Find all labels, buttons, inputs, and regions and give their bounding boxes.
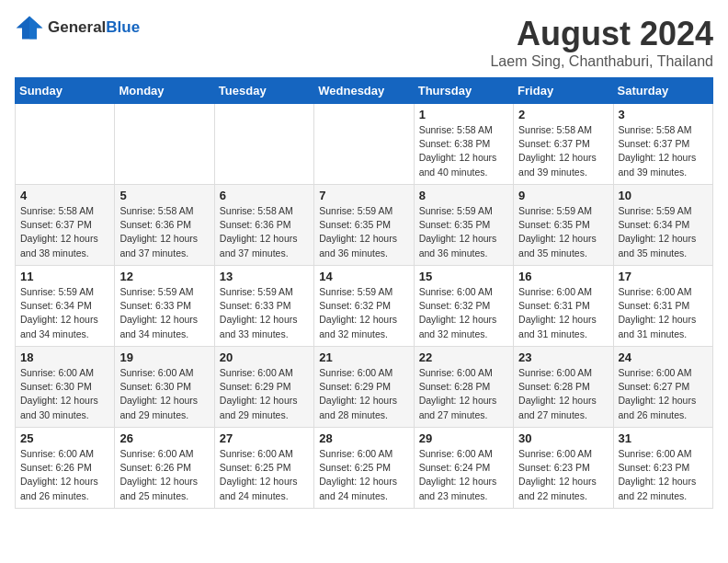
day-content: Sunrise: 6:00 AM Sunset: 6:30 PM Dayligh… [20,366,109,422]
day-number: 5 [119,189,209,202]
week-row-4: 18Sunrise: 6:00 AM Sunset: 6:30 PM Dayli… [16,347,713,428]
day-number: 27 [220,431,309,445]
day-content: Sunrise: 6:00 AM Sunset: 6:32 PM Dayligh… [419,285,508,341]
calendar-cell: 25Sunrise: 6:00 AM Sunset: 6:26 PM Dayli… [16,428,115,509]
calendar-cell: 29Sunrise: 6:00 AM Sunset: 6:24 PM Dayli… [414,428,513,509]
calendar-cell: 10Sunrise: 5:59 AM Sunset: 6:34 PM Dayli… [613,185,712,266]
calendar-body: 1Sunrise: 5:58 AM Sunset: 6:38 PM Daylig… [16,104,713,509]
calendar-cell: 15Sunrise: 6:00 AM Sunset: 6:32 PM Dayli… [414,266,513,347]
day-number: 9 [518,189,608,202]
day-number: 6 [220,189,309,202]
day-number: 26 [119,431,209,445]
calendar-cell: 8Sunrise: 5:59 AM Sunset: 6:35 PM Daylig… [414,185,513,266]
calendar-cell: 16Sunrise: 6:00 AM Sunset: 6:31 PM Dayli… [514,266,613,347]
day-number: 11 [20,270,109,283]
day-number: 17 [619,270,708,283]
day-content: Sunrise: 5:59 AM Sunset: 6:35 PM Dayligh… [319,204,408,260]
day-number: 22 [419,350,508,364]
calendar-cell: 18Sunrise: 6:00 AM Sunset: 6:30 PM Dayli… [16,347,115,428]
logo: General Blue [15,15,140,40]
calendar-cell: 3Sunrise: 5:58 AM Sunset: 6:37 PM Daylig… [613,104,712,185]
calendar-cell: 28Sunrise: 6:00 AM Sunset: 6:25 PM Dayli… [314,428,414,509]
day-number: 31 [619,431,708,445]
calendar-cell: 22Sunrise: 6:00 AM Sunset: 6:28 PM Dayli… [414,347,513,428]
calendar-cell: 20Sunrise: 6:00 AM Sunset: 6:29 PM Dayli… [214,347,313,428]
day-content: Sunrise: 5:59 AM Sunset: 6:33 PM Dayligh… [220,285,309,341]
day-content: Sunrise: 5:59 AM Sunset: 6:35 PM Dayligh… [518,204,608,260]
day-content: Sunrise: 5:58 AM Sunset: 6:38 PM Dayligh… [419,123,508,179]
day-content: Sunrise: 5:59 AM Sunset: 6:35 PM Dayligh… [419,204,508,260]
day-content: Sunrise: 6:00 AM Sunset: 6:28 PM Dayligh… [518,366,608,422]
calendar-cell: 6Sunrise: 5:58 AM Sunset: 6:36 PM Daylig… [214,185,313,266]
week-row-1: 1Sunrise: 5:58 AM Sunset: 6:38 PM Daylig… [16,104,713,185]
day-number: 28 [319,431,408,445]
calendar-cell: 5Sunrise: 5:58 AM Sunset: 6:36 PM Daylig… [115,185,214,266]
day-number: 4 [20,189,109,202]
day-number: 1 [419,108,508,121]
day-content: Sunrise: 6:00 AM Sunset: 6:24 PM Dayligh… [419,447,508,503]
calendar-cell: 24Sunrise: 6:00 AM Sunset: 6:27 PM Dayli… [613,347,712,428]
day-content: Sunrise: 6:00 AM Sunset: 6:27 PM Dayligh… [619,366,708,422]
calendar-cell: 17Sunrise: 6:00 AM Sunset: 6:31 PM Dayli… [613,266,712,347]
day-number: 25 [20,431,109,445]
logo-icon [15,15,44,40]
day-number: 30 [518,431,608,445]
day-content: Sunrise: 6:00 AM Sunset: 6:26 PM Dayligh… [20,447,109,503]
calendar-cell: 19Sunrise: 6:00 AM Sunset: 6:30 PM Dayli… [115,347,214,428]
day-number: 29 [419,431,508,445]
calendar-cell: 7Sunrise: 5:59 AM Sunset: 6:35 PM Daylig… [314,185,414,266]
day-number: 21 [319,350,408,364]
header: General Blue August 2024 Laem Sing, Chan… [15,15,713,70]
day-number: 23 [518,350,608,364]
day-number: 18 [20,350,109,364]
calendar-cell: 2Sunrise: 5:58 AM Sunset: 6:37 PM Daylig… [514,104,613,185]
day-content: Sunrise: 6:00 AM Sunset: 6:29 PM Dayligh… [319,366,408,422]
header-wednesday: Wednesday [314,78,414,104]
calendar-cell: 23Sunrise: 6:00 AM Sunset: 6:28 PM Dayli… [514,347,613,428]
day-content: Sunrise: 6:00 AM Sunset: 6:29 PM Dayligh… [220,366,309,422]
day-content: Sunrise: 5:59 AM Sunset: 6:32 PM Dayligh… [319,285,408,341]
calendar-cell [16,104,115,185]
day-number: 13 [220,270,309,283]
day-content: Sunrise: 5:59 AM Sunset: 6:33 PM Dayligh… [119,285,209,341]
day-number: 19 [119,350,209,364]
day-number: 8 [419,189,508,202]
svg-marker-1 [29,17,42,40]
day-content: Sunrise: 6:00 AM Sunset: 6:31 PM Dayligh… [619,285,708,341]
header-saturday: Saturday [613,78,712,104]
week-row-5: 25Sunrise: 6:00 AM Sunset: 6:26 PM Dayli… [16,428,713,509]
calendar-cell [314,104,414,185]
day-number: 15 [419,270,508,283]
title-section: August 2024 Laem Sing, Chanthaburi, Thai… [490,15,713,70]
day-content: Sunrise: 6:00 AM Sunset: 6:23 PM Dayligh… [619,447,708,503]
day-content: Sunrise: 6:00 AM Sunset: 6:25 PM Dayligh… [220,447,309,503]
header-tuesday: Tuesday [214,78,313,104]
header-thursday: Thursday [414,78,513,104]
calendar-cell: 26Sunrise: 6:00 AM Sunset: 6:26 PM Dayli… [115,428,214,509]
calendar-header: SundayMondayTuesdayWednesdayThursdayFrid… [16,78,713,104]
header-friday: Friday [514,78,613,104]
day-content: Sunrise: 5:59 AM Sunset: 6:34 PM Dayligh… [20,285,109,341]
day-number: 7 [319,189,408,202]
calendar-cell: 4Sunrise: 5:58 AM Sunset: 6:37 PM Daylig… [16,185,115,266]
logo-blue: Blue [106,18,140,37]
calendar-cell: 12Sunrise: 5:59 AM Sunset: 6:33 PM Dayli… [115,266,214,347]
logo-general: General [48,18,106,37]
day-content: Sunrise: 6:00 AM Sunset: 6:26 PM Dayligh… [119,447,209,503]
week-row-2: 4Sunrise: 5:58 AM Sunset: 6:37 PM Daylig… [16,185,713,266]
calendar-cell: 1Sunrise: 5:58 AM Sunset: 6:38 PM Daylig… [414,104,513,185]
day-content: Sunrise: 6:00 AM Sunset: 6:30 PM Dayligh… [119,366,209,422]
header-sunday: Sunday [16,78,115,104]
calendar-cell: 13Sunrise: 5:59 AM Sunset: 6:33 PM Dayli… [214,266,313,347]
header-row: SundayMondayTuesdayWednesdayThursdayFrid… [16,78,713,104]
day-content: Sunrise: 5:59 AM Sunset: 6:34 PM Dayligh… [619,204,708,260]
day-number: 24 [619,350,708,364]
day-number: 2 [518,108,608,121]
calendar-cell [115,104,214,185]
day-number: 16 [518,270,608,283]
calendar-title: August 2024 [490,15,713,53]
week-row-3: 11Sunrise: 5:59 AM Sunset: 6:34 PM Dayli… [16,266,713,347]
day-number: 10 [619,189,708,202]
calendar-cell: 27Sunrise: 6:00 AM Sunset: 6:25 PM Dayli… [214,428,313,509]
calendar-table: SundayMondayTuesdayWednesdayThursdayFrid… [15,77,713,509]
